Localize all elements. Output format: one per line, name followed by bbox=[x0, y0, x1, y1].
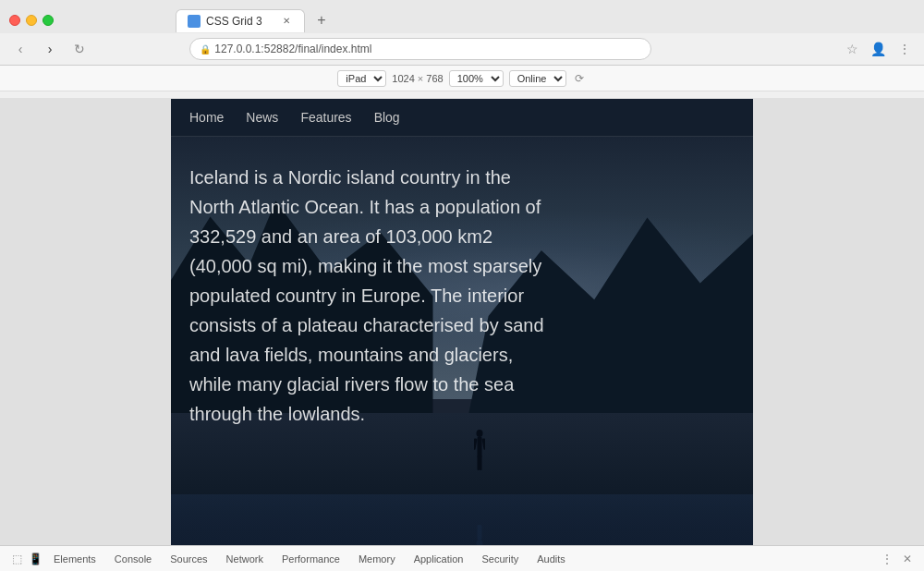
tab-bar: CSS Grid 3 ✕ + bbox=[102, 9, 407, 32]
bookmark-icon[interactable]: ☆ bbox=[843, 39, 863, 59]
tab-title: CSS Grid 3 bbox=[206, 15, 274, 28]
hero-large-text: Iceland is a Nordic island country in th… bbox=[189, 163, 559, 429]
devtools-inspect-icon[interactable]: ⬚ bbox=[9, 552, 24, 566]
new-tab-button[interactable]: + bbox=[310, 9, 333, 31]
devtools-tab-audits[interactable]: Audits bbox=[529, 552, 573, 566]
content-area: Home News Features Blog bbox=[0, 99, 924, 545]
viewport-separator: × bbox=[418, 73, 423, 84]
address-bar-row: ‹ › ↻ 🔒 127.0.0.1:52882/final/index.html… bbox=[0, 33, 924, 65]
browser-chrome: CSS Grid 3 ✕ + ‹ › ↻ 🔒 127.0.0.1:52882/f… bbox=[0, 0, 924, 66]
viewport-toolbar: iPad 1024 × 768 100% Online ⟳ bbox=[0, 66, 924, 91]
devtools-tab-performance[interactable]: Performance bbox=[274, 552, 347, 566]
devtools-tab-sources[interactable]: Sources bbox=[163, 552, 214, 566]
toolbar-right: ☆ 👤 ⋮ bbox=[843, 39, 915, 59]
viewport-width: 1024 bbox=[392, 73, 414, 84]
hero-content: Iceland is a Nordic island country in th… bbox=[171, 137, 753, 466]
active-tab[interactable]: CSS Grid 3 ✕ bbox=[176, 9, 305, 32]
nav-home[interactable]: Home bbox=[189, 110, 224, 125]
maximize-button[interactable] bbox=[43, 15, 54, 26]
devtools-action-icons: ⋮ ✕ bbox=[880, 552, 915, 566]
site-nav: Home News Features Blog bbox=[171, 99, 753, 137]
viewport-height: 768 bbox=[426, 73, 443, 84]
nav-features[interactable]: Features bbox=[300, 110, 351, 125]
hero-section: Iceland is a Nordic island country in th… bbox=[171, 137, 753, 545]
minimize-button[interactable] bbox=[26, 15, 37, 26]
refresh-button[interactable]: ↻ bbox=[68, 38, 91, 60]
traffic-lights bbox=[9, 15, 54, 26]
back-button[interactable]: ‹ bbox=[9, 38, 31, 60]
account-icon[interactable]: 👤 bbox=[869, 39, 889, 59]
devtools-tab-network[interactable]: Network bbox=[219, 552, 271, 566]
devtools-device-icon[interactable]: 📱 bbox=[28, 552, 43, 566]
rotate-icon[interactable]: ⟳ bbox=[572, 71, 587, 86]
devtools-tab-memory[interactable]: Memory bbox=[351, 552, 403, 566]
devtools-tab-elements[interactable]: Elements bbox=[46, 552, 103, 566]
viewport-size: 1024 × 768 bbox=[392, 73, 443, 84]
url-text: 127.0.0.1:52882/final/index.html bbox=[214, 43, 371, 55]
zoom-selector[interactable]: 100% bbox=[449, 70, 504, 87]
forward-button[interactable]: › bbox=[39, 38, 61, 60]
nav-blog[interactable]: Blog bbox=[374, 110, 400, 125]
tab-close-button[interactable]: ✕ bbox=[280, 15, 293, 28]
webpage-frame: Home News Features Blog bbox=[171, 99, 753, 545]
devtools-more-icon[interactable]: ⋮ bbox=[880, 552, 894, 566]
close-button[interactable] bbox=[9, 15, 20, 26]
devtools-tab-security[interactable]: Security bbox=[474, 552, 526, 566]
devtools-close-icon[interactable]: ✕ bbox=[900, 552, 915, 566]
menu-icon[interactable]: ⋮ bbox=[894, 39, 915, 59]
devtools-tab-console[interactable]: Console bbox=[107, 552, 159, 566]
tab-favicon bbox=[188, 15, 201, 28]
nav-news[interactable]: News bbox=[246, 110, 278, 125]
title-bar: CSS Grid 3 ✕ + bbox=[0, 0, 924, 33]
ruler-bar bbox=[0, 91, 924, 99]
lock-icon: 🔒 bbox=[200, 44, 211, 55]
connection-selector[interactable]: Online bbox=[509, 70, 566, 87]
device-selector[interactable]: iPad bbox=[337, 70, 386, 87]
devtools-bar: ⬚ 📱 Elements Console Sources Network Per… bbox=[0, 545, 924, 571]
address-bar[interactable]: 🔒 127.0.0.1:52882/final/index.html bbox=[189, 38, 651, 60]
devtools-tab-application[interactable]: Application bbox=[407, 552, 471, 566]
